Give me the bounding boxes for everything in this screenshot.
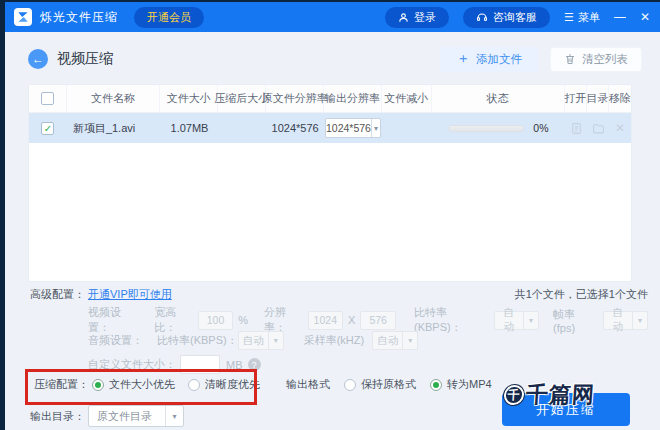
plus-icon: ＋ bbox=[456, 50, 470, 68]
col-remove: 移除 bbox=[609, 85, 631, 112]
col-compressed-size: 压缩后大小 bbox=[218, 85, 266, 112]
advanced-config-row: 高级配置： 开通VIP即可使用 共1个文件，已选择1个文件 bbox=[30, 287, 648, 302]
row-checkbox[interactable]: ✓ bbox=[41, 122, 54, 135]
main-content: ← 视频压缩 ＋ 添加文件 清空列表 文件名称 文件大小 压缩后大小 bbox=[0, 32, 660, 430]
login-button[interactable]: 登录 bbox=[385, 7, 449, 28]
document-icon bbox=[570, 122, 583, 135]
highlight-annotation-box bbox=[25, 369, 257, 405]
app-title: 烁光文件压缩 bbox=[40, 9, 118, 26]
minimize-button[interactable]: — bbox=[614, 10, 626, 24]
headset-icon bbox=[476, 11, 488, 23]
sample-rate-select[interactable]: 自动 bbox=[372, 331, 418, 350]
vip-button[interactable]: 开通会员 bbox=[134, 7, 204, 28]
output-format-label: 输出格式 bbox=[286, 377, 330, 392]
col-status: 状态 bbox=[432, 85, 565, 112]
percent-label: % bbox=[238, 314, 248, 326]
fps-select[interactable]: 自动 bbox=[603, 311, 648, 330]
table-row[interactable]: ✓ 新项目_1.avi 1.07MB 1024*576 1024*576 0% bbox=[29, 113, 631, 143]
output-resolution-select[interactable]: 1024*576 bbox=[325, 118, 381, 138]
window-border-top bbox=[0, 0, 660, 2]
col-file-size: 文件大小 bbox=[160, 85, 218, 112]
col-file-name: 文件名称 bbox=[67, 85, 161, 112]
status-progress: 0% bbox=[448, 122, 548, 134]
fps-label: 帧率(fps) bbox=[553, 307, 596, 334]
app-logo-icon bbox=[14, 8, 32, 26]
select-all-checkbox[interactable] bbox=[41, 92, 54, 105]
radio-unselected-icon bbox=[344, 379, 356, 391]
watermark-text: 千篇网 bbox=[525, 380, 596, 410]
folder-icon bbox=[592, 122, 605, 135]
col-reduction: 文件减小 bbox=[382, 85, 432, 112]
table-header-row: 文件名称 文件大小 压缩后大小 原文件分辨率 输出分辨率 文件减小 状态 打开 … bbox=[29, 85, 631, 113]
menu-button[interactable]: ☰ 菜单 bbox=[564, 10, 600, 25]
file-table: 文件名称 文件大小 压缩后大小 原文件分辨率 输出分辨率 文件减小 状态 打开 … bbox=[28, 84, 632, 282]
table-empty-area bbox=[29, 143, 631, 281]
file-name: 新项目_1.avi bbox=[67, 121, 161, 136]
resolution-width-input[interactable]: 1024 bbox=[308, 311, 344, 330]
chevron-down-icon bbox=[523, 312, 538, 329]
user-icon bbox=[398, 12, 409, 23]
add-files-button[interactable]: ＋ 添加文件 bbox=[440, 47, 538, 72]
chevron-down-icon bbox=[402, 332, 417, 349]
header-checkbox-cell bbox=[29, 85, 67, 112]
audio-settings-label: 音频设置： bbox=[88, 333, 143, 348]
col-directory: 目录 bbox=[587, 85, 609, 112]
window-border-left bbox=[0, 0, 5, 430]
audio-bitrate-label: 比特率(KBPS)： bbox=[157, 333, 238, 348]
keep-format-radio[interactable]: 保持原格式 bbox=[344, 377, 416, 392]
chevron-down-icon bbox=[632, 312, 647, 329]
output-dir-label: 输出目录： bbox=[30, 409, 88, 424]
remove-file-button[interactable]: ✕ bbox=[609, 121, 631, 135]
output-dir-select[interactable]: 原文件目录 bbox=[88, 405, 184, 427]
vip-upgrade-link[interactable]: 开通VIP即可使用 bbox=[88, 287, 172, 302]
hamburger-icon: ☰ bbox=[564, 11, 574, 24]
trash-icon bbox=[564, 53, 576, 65]
close-button[interactable]: ✕ bbox=[640, 10, 650, 24]
file-size: 1.07MB bbox=[161, 122, 219, 134]
sample-rate-label: 采样率(kHZ) bbox=[304, 333, 365, 348]
titlebar: 烁光文件压缩 开通会员 登录 咨询客服 ☰ 菜单 — ✕ bbox=[0, 2, 660, 32]
coin-icon: 千 bbox=[503, 385, 524, 405]
orig-resolution: 1024*576 bbox=[266, 122, 324, 134]
support-button[interactable]: 咨询客服 bbox=[463, 7, 550, 28]
col-out-resolution: 输出分辨率 bbox=[324, 85, 382, 112]
open-directory-button[interactable] bbox=[587, 122, 609, 135]
advanced-config-label: 高级配置： bbox=[30, 287, 88, 302]
chevron-down-icon bbox=[371, 119, 380, 137]
progress-bar bbox=[448, 125, 524, 132]
resolution-height-input[interactable]: 576 bbox=[360, 311, 396, 330]
site-watermark: 千 千篇网 bbox=[503, 380, 596, 410]
chevron-down-icon bbox=[268, 332, 283, 349]
col-open: 打开 bbox=[565, 85, 587, 112]
video-bitrate-select[interactable]: 自动 bbox=[494, 311, 539, 330]
resolution-x-label: X bbox=[348, 314, 355, 326]
audio-bitrate-select[interactable]: 自动 bbox=[238, 331, 284, 350]
file-count-summary: 共1个文件，已选择1个文件 bbox=[515, 287, 648, 302]
clear-list-button[interactable]: 清空列表 bbox=[550, 47, 642, 72]
chevron-down-icon bbox=[165, 406, 183, 426]
progress-percent: 0% bbox=[533, 122, 548, 134]
aspect-ratio-input[interactable]: 100 bbox=[198, 311, 234, 330]
convert-mp4-radio[interactable]: 转为MP4 bbox=[430, 377, 492, 392]
app-window: 烁光文件压缩 开通会员 登录 咨询客服 ☰ 菜单 — ✕ bbox=[0, 0, 660, 430]
audio-settings-row: 音频设置： 比特率(KBPS)： 自动 采样率(kHZ) 自动 bbox=[30, 331, 648, 350]
page-title: 视频压缩 bbox=[57, 50, 113, 68]
open-file-button[interactable] bbox=[565, 122, 587, 135]
radio-selected-icon bbox=[430, 379, 442, 391]
back-button[interactable]: ← bbox=[28, 49, 48, 69]
col-orig-resolution: 原文件分辨率 bbox=[266, 85, 324, 112]
